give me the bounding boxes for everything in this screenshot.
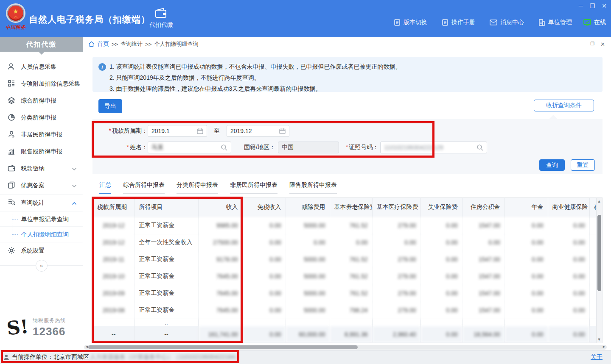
cell: 0.00 [286, 234, 330, 251]
sidebar-header: 代扣代缴 [0, 37, 83, 52]
sidebar-item-0[interactable]: 人员信息采集 [0, 58, 83, 75]
tab-0[interactable]: 汇总 [99, 181, 111, 194]
cell [286, 319, 330, 326]
topbar-menu-label: 版本切换 [404, 19, 427, 26]
table-row-0[interactable]: 2019-12正常工资薪金9985.000.005000.00761.52279… [93, 217, 596, 234]
nav-tab-withholding[interactable]: 代扣代缴 [148, 8, 175, 29]
cell: 7645.00 [198, 285, 242, 302]
cell: 0.00 [504, 268, 548, 285]
tab-2[interactable]: 分类所得申报表 [177, 181, 218, 194]
notice-line-0: i1. 该查询统计表仅能查询已申报成功的数据，不包含未申报、申报失败，已申报但已… [98, 61, 597, 72]
statusbar: 当前操作单位：北京市西城区 人力资源服务（计算服务中心）（11010219930… [0, 350, 611, 364]
table-row-3[interactable]: 2019-10正常工资薪金7645.000.005000.00761.52279… [93, 268, 596, 285]
column-header-2: 收入 [198, 198, 242, 217]
cell: 5000.00 [286, 217, 330, 234]
table-row-1[interactable]: 2019-12全年一次性奖金收入27500.000.000.000.000.00… [93, 234, 596, 251]
cell: 正常工资薪金 [135, 217, 198, 234]
table-row-4[interactable]: 2019-09正常工资薪金7645.000.005000.00761.52279… [93, 285, 596, 302]
vertical-scroll-thumb[interactable] [597, 215, 601, 291]
sidebar-menu: 人员信息采集专项附加扣除信息采集综合所得申报分类所得申报非居民所得申报限售股所得… [0, 58, 83, 259]
cell [589, 234, 596, 251]
id-number-input[interactable]: 110102199304222129 [380, 142, 487, 153]
cell: 正常工资薪金 [135, 285, 198, 302]
horizontal-scrollbar[interactable]: ◄ ► [84, 345, 607, 350]
sidebar-item-7[interactable]: 优惠备案 [0, 177, 83, 194]
search-button[interactable]: 查询 [539, 159, 565, 171]
sidebar-item-6[interactable]: 税款缴纳 [0, 160, 83, 177]
id-number-label: *证照号码： [346, 144, 378, 151]
sidebar-subitem-0[interactable]: 单位申报记录查询 [0, 211, 83, 227]
sidebar-item-5[interactable]: 限售股所得申报 [0, 143, 83, 160]
table-summary-row: ----161,741.000.0060,000.008,991.362,960… [93, 326, 596, 342]
table-row-5[interactable]: 2019-08正常工资薪金7645.000.005000.00798.24279… [93, 302, 596, 319]
sidebar-item-2[interactable]: 综合所得申报 [0, 92, 83, 109]
doc-icon [442, 19, 448, 26]
window-close-icon[interactable]: ✕ [602, 3, 607, 9]
sidebar-submenu: 单位申报记录查询个人扣缴明细查询 [0, 211, 83, 242]
export-button[interactable]: 导出 [98, 99, 122, 113]
topbar-menu-item-3[interactable]: 单位管理 [538, 19, 572, 26]
sidebar-item-label: 人员信息采集 [21, 63, 56, 71]
scroll-down-icon[interactable]: ▼ [597, 337, 602, 342]
sidebar-item-label: 查询统计 [21, 199, 45, 207]
sidebar-item-label: 优惠备案 [21, 182, 45, 189]
sidebar-item-3[interactable]: 分类所得申报 [0, 109, 83, 126]
query-row-period: *税款所属期： 2019.1 至 2019.12 [97, 125, 289, 137]
topbar-menu-item-0[interactable]: 版本切换 [394, 19, 427, 26]
name-input[interactable]: 马某 [148, 142, 231, 153]
topbar-menu-item-1[interactable]: 操作手册 [442, 19, 475, 26]
cell: 5000.00 [286, 251, 330, 268]
vertical-scrollbar[interactable]: ▲ ▼ [597, 197, 603, 343]
window-minimize-icon[interactable]: ─ [579, 3, 583, 9]
scroll-right-icon[interactable]: ► [602, 345, 606, 349]
cell: .. [135, 319, 198, 326]
collapse-query-button[interactable]: 收折查询条件 [534, 100, 594, 111]
tab-1[interactable]: 综合所得申报表 [123, 181, 165, 194]
cell: 0.00 [420, 251, 462, 268]
sidebar-item-4[interactable]: 非居民所得申报 [0, 126, 83, 143]
table-row-ellipsis: .. [93, 319, 596, 326]
topbar-menu-item-2[interactable]: 消息中心 [490, 19, 524, 26]
panel-restore-icon[interactable]: ❐ [590, 41, 594, 47]
topbar-menu-label: 单位管理 [548, 19, 572, 26]
online-status[interactable]: 在线 [583, 19, 606, 26]
breadcrumb-separator: >> [145, 41, 151, 47]
cell: 279.00 [372, 217, 420, 234]
sidebar-item-1[interactable]: 专项附加扣除信息采集 [0, 75, 83, 92]
breadcrumb-separator: >> [112, 41, 118, 47]
tab-3[interactable]: 非居民所得申报表 [230, 181, 277, 194]
column-header-11: 税 [589, 198, 596, 217]
horizontal-scroll-thumb[interactable] [88, 345, 358, 349]
cell: 279.00 [372, 302, 420, 319]
table-row-2[interactable]: 2019-11正常工资薪金9178.000.005000.00761.52279… [93, 251, 596, 268]
tab-4[interactable]: 限售股所得申报表 [289, 181, 337, 194]
notice-text: 1. 该查询统计表仅能查询已申报成功的数据，不包含未申报、申报失败，已申报但已作… [109, 61, 401, 72]
sidebar-item-8[interactable]: 查询统计 [0, 194, 83, 211]
chart-icon [8, 147, 15, 156]
cell: 2019-10 [93, 268, 135, 285]
breadcrumb-home[interactable]: 首页 [97, 40, 109, 48]
period-label: *税款所属期： [97, 127, 148, 135]
wallet-icon [155, 8, 168, 19]
panel-close-icon[interactable]: ✕ [600, 41, 605, 47]
scroll-up-icon[interactable]: ▲ [597, 199, 602, 203]
list-icon [8, 80, 15, 89]
sidebar-item-9[interactable]: 系统设置 [0, 242, 83, 259]
sidebar-collapse-button[interactable]: « [36, 260, 48, 272]
online-monitor-icon [583, 19, 591, 26]
about-link[interactable]: 关于 [591, 353, 603, 361]
column-header-3: 免税收入 [242, 198, 286, 217]
cell: 27500.00 [198, 234, 242, 251]
reset-button[interactable]: 重置 [571, 159, 595, 171]
cell: 798.24 [330, 302, 372, 319]
sidebar-subitem-1[interactable]: 个人扣缴明细查询 [0, 227, 83, 242]
current-unit-visible: 北京市西城区 [53, 353, 89, 361]
period-from-input[interactable]: 2019.1 [148, 125, 207, 137]
window-restore-icon[interactable]: ❐ [590, 3, 595, 9]
notice-text: 2. 只能查询2019年及之后的数据，不能进行跨年度查询。 [109, 72, 260, 83]
hotline-number: 12366 [33, 325, 66, 338]
to-label: 至 [214, 127, 220, 135]
summary-cell: 0.00 [420, 326, 462, 342]
cell: 0.00 [242, 302, 286, 319]
period-to-input[interactable]: 2019.12 [227, 125, 289, 137]
